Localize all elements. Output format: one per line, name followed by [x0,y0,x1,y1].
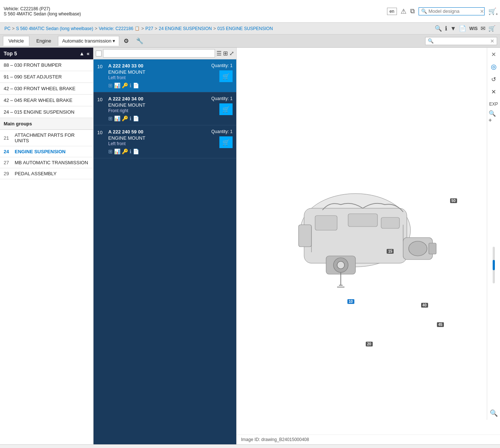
main-group-29-num: 29 [4,171,12,176]
image-area: 10 15 20 40 45 50 ✕ ◎ ↺ ✕ EXP 🔍+ � [237,48,500,434]
right-panel: 10 15 20 40 45 50 ✕ ◎ ↺ ✕ EXP 🔍+ � [237,48,500,444]
img-label-50[interactable]: 50 [450,198,457,203]
tab-settings-icon[interactable]: ⚙ [121,36,132,46]
tabs-search-input[interactable] [435,38,490,44]
breadcrumb-vehicle[interactable]: Vehicle: C222186 [99,26,133,31]
tab-vehicle[interactable]: Vehicle [3,36,29,46]
zoom-in-right-icon[interactable]: 🔍+ [489,111,499,122]
img-label-45[interactable]: 45 [437,322,444,327]
right-toolbar: ✕ ◎ ↺ ✕ EXP 🔍+ 🔍 [487,48,500,420]
main-group-29[interactable]: 29 PEDAL ASSEMBLY [0,168,93,179]
part-2-icons: ⊞ 📊 🔑 ℹ 📄 [108,148,196,154]
engine-diagram [267,172,469,311]
collapse-icon[interactable]: ▲ [79,51,84,56]
zoom-slider-track[interactable] [493,247,495,283]
top5-item-0[interactable]: 88 – 030 FRONT BUMPER [0,59,93,71]
part-0-key-icon[interactable]: 🔑 [122,82,128,88]
info-icon[interactable]: ℹ [445,25,447,32]
crosshair-icon[interactable]: ✕ [489,87,499,97]
part-1-doc-icon[interactable]: 📄 [133,115,139,121]
top5-title: Top 5 [4,51,17,56]
img-label-40[interactable]: 40 [421,303,428,308]
part-2-code: A 222 240 59 00 [108,129,196,135]
main-group-21[interactable]: 21 ATTACHMENT PARTS FOR UNITS [0,130,93,146]
vehicle-edit-icon[interactable]: 📋 [135,26,140,31]
part-2-cart-btn[interactable]: 🛒 [219,136,233,148]
part-0-cart-btn[interactable]: 🛒 [219,70,233,82]
breadcrumb-pc[interactable]: PC [4,26,11,31]
part-1-key-icon[interactable]: 🔑 [122,115,128,121]
main-group-24[interactable]: 24 ENGINE SUSPENSION [0,146,93,157]
part-2-key-icon[interactable]: 🔑 [122,148,128,154]
part-1-qty: Quantity: 1 🛒 [196,96,233,115]
minimize-icon[interactable]: « [87,51,90,56]
history-icon[interactable]: ↺ [489,74,499,84]
main-group-29-label: PEDAL ASSEMBLY [15,171,56,176]
zoom-in-icon[interactable]: 🔍 [435,25,442,32]
part-2-doc-icon[interactable]: 📄 [133,148,139,154]
part-0-table-icon[interactable]: ⊞ [108,82,113,88]
zoom-slider-thumb[interactable] [493,260,495,270]
tab-engine[interactable]: Engine [31,36,56,46]
part-2-chart-icon[interactable]: 📊 [114,148,120,154]
search-clear-icon[interactable]: ✕ [480,8,484,14]
cart-icon[interactable]: 🛒 [488,8,496,15]
close-panel-icon[interactable]: ✕ [489,49,499,59]
part-1-code: A 222 240 34 00 [108,96,196,102]
lang-badge[interactable]: en [387,8,397,15]
breadcrumb-015[interactable]: 015 ENGINE SUSPENSION [217,26,273,31]
copy-icon[interactable]: ⧉ [410,7,415,15]
tabs-search-clear[interactable]: ✕ [490,38,494,44]
zoom-out-right-icon[interactable]: 🔍 [489,408,499,418]
img-label-15[interactable]: 15 [387,249,394,254]
main-content: Top 5 ▲ « 88 – 030 FRONT BUMPER 91 – 090… [0,48,500,444]
mail-icon[interactable]: ✉ [481,25,485,32]
svg-rect-4 [381,217,399,228]
part-2-info-icon[interactable]: ℹ [129,148,131,154]
bottom-section: 015 ENGINE SUSPENSION ✎ [0,444,500,448]
alert-icon[interactable]: ⚠ [401,7,406,15]
top5-item-4[interactable]: 24 – 015 ENGINE SUSPENSION [0,106,93,118]
img-label-10[interactable]: 10 [347,299,354,304]
part-0-name: ENGINE MOUNT [108,69,196,75]
tabs-search-icon: 🔍 [428,38,434,44]
top5-item-3[interactable]: 42 – 045 REAR WHEEL BRAKE [0,95,93,106]
tab-automatic-transmission[interactable]: Automatic transmission ▾ [58,36,119,46]
checkbox-all[interactable] [96,51,102,56]
part-1-cart-btn[interactable]: 🛒 [219,103,233,115]
breadcrumb-engine-suspension[interactable]: 24 ENGINE SUSPENSION [159,26,212,31]
vehicle-info: Vehicle: C222186 (P27) S 560 4MATIC Seda… [4,6,81,16]
main-group-27[interactable]: 27 MB AUTOMATIC TRANSMISSION [0,157,93,168]
filter-icon[interactable]: ▼ [450,25,456,32]
breadcrumb-p27[interactable]: P27 [145,26,153,31]
grid-icon[interactable]: ⊞ [223,50,228,57]
cart-breadcrumb-icon[interactable]: 🛒 [488,25,496,32]
part-1-table-icon[interactable]: ⊞ [108,115,113,121]
part-item-0[interactable]: 10 A 222 240 33 00 ENGINE MOUNT Left fro… [94,59,236,92]
top5-item-1[interactable]: 91 – 090 SEAT ADJUSTER [0,71,93,83]
part-0-doc-icon[interactable]: 📄 [133,82,139,88]
part-item-1[interactable]: 10 A 222 240 34 00 ENGINE MOUNT Front ri… [94,92,236,125]
svg-point-7 [337,261,344,269]
part-1-chart-icon[interactable]: 📊 [114,115,120,121]
parts-search-input[interactable] [103,49,215,58]
tab-tool-icon[interactable]: 🔧 [133,36,146,46]
part-item-2[interactable]: 10 A 222 240 59 00 ENGINE MOUNT Left fro… [94,125,236,158]
part-0-info-icon[interactable]: ℹ [129,82,131,88]
svg-rect-16 [429,243,436,254]
img-label-20[interactable]: 20 [366,342,373,346]
part-1-info-icon[interactable]: ℹ [129,115,131,121]
part-0-sub: Left front [108,75,196,80]
breadcrumb-model[interactable]: S 560 4MATIC Sedan (long wheelbase) [16,26,94,31]
model-search-input[interactable] [428,8,480,14]
export-icon[interactable]: EXP [489,99,499,109]
part-2-table-icon[interactable]: ⊞ [108,148,113,154]
list-icon[interactable]: ☰ [216,50,222,57]
top5-item-2[interactable]: 42 – 030 FRONT WHEEL BRAKE [0,83,93,95]
expand-icon[interactable]: ⤢ [229,50,234,57]
doc-icon[interactable]: 📄 [459,25,466,32]
target-icon[interactable]: ◎ [489,62,499,72]
part-0-chart-icon[interactable]: 📊 [114,82,120,88]
tabs-bar: Vehicle Engine Automatic transmission ▾ … [0,34,500,48]
wis-icon[interactable]: WIS [469,26,478,31]
